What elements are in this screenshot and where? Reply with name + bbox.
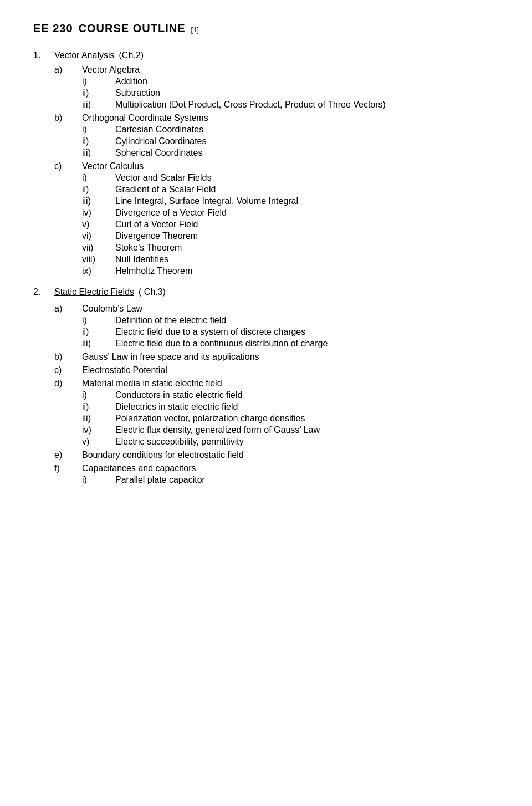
text-c: Vector Calculus <box>82 161 144 171</box>
sec2-item-d: d) Material media in static electric fie… <box>33 379 499 447</box>
page-title: COURSE OUTLINE <box>79 22 186 35</box>
section-1-title: Vector Analysis <box>54 50 115 60</box>
label-b-i: i) <box>82 125 115 135</box>
text-c-ix: Helmholtz Theorem <box>115 266 192 276</box>
text-c-viii: Null Identities <box>115 254 168 264</box>
label-c-iv: iv) <box>82 208 115 218</box>
label-2a-iii: iii) <box>82 339 115 349</box>
text-b-iii: Spherical Coordinates <box>115 148 202 158</box>
text-c-iv: Divergence of a Vector Field <box>115 208 227 218</box>
label-c-i: i) <box>82 173 115 183</box>
label-2f: f) <box>54 463 82 473</box>
text-c-vii: Stoke’s Theorem <box>115 243 182 253</box>
course-code: EE 230 <box>33 22 73 35</box>
label-2b: b) <box>54 352 82 362</box>
sec2-item-c: c) Electrostatic Potential <box>33 365 499 375</box>
label-c-vii: vii) <box>82 243 115 253</box>
label-c-v: v) <box>82 220 115 229</box>
label-2a-ii: ii) <box>82 327 115 337</box>
text-2d-iv: Electric flux density, generalized form … <box>115 425 320 435</box>
text-c-v: Curl of a Vector Field <box>115 220 198 229</box>
label-a: a) <box>54 65 82 75</box>
text-2d-iii: Polarization vector, polarization charge… <box>115 414 305 424</box>
text-2d: Material media in static electric field <box>82 379 222 389</box>
label-2d-ii: ii) <box>82 402 115 412</box>
text-a-ii: Subtraction <box>115 88 160 98</box>
text-2a: Coulomb’s Law <box>82 304 142 314</box>
label-2d-i: i) <box>82 390 115 400</box>
text-2d-ii: Dielectrics in static electric field <box>115 402 238 412</box>
label-2d-v: v) <box>82 437 115 447</box>
sec1-item-b: b) Orthogonal Coordinate Systems i) Cart… <box>33 113 499 158</box>
text-a: Vector Algebra <box>82 65 140 75</box>
text-b-i: Cartesian Coordinates <box>115 125 203 135</box>
label-2a-i: i) <box>82 315 115 325</box>
label-b-iii: iii) <box>82 148 115 158</box>
label-c-viii: viii) <box>82 254 115 264</box>
label-c-ix: ix) <box>82 266 115 276</box>
sec2-item-b: b) Gauss’ Law in free space and its appl… <box>33 352 499 362</box>
text-2a-i: Definition of the electric field <box>115 315 226 325</box>
section-2-chapter: ( Ch.3) <box>139 287 166 297</box>
text-2d-v: Electric succeptibility, permittivity <box>115 437 244 447</box>
label-2d-iv: iv) <box>82 425 115 435</box>
section-2-number: 2. <box>33 287 54 297</box>
text-c-ii: Gradient of a Scalar Field <box>115 185 216 195</box>
label-a-i: i) <box>82 76 115 86</box>
label-2f-i: i) <box>82 475 115 485</box>
section-1: 1. Vector Analysis (Ch.2) a) Vector Alge… <box>33 50 499 276</box>
footnote: [1] <box>191 25 199 34</box>
text-b-ii: Cylindrical Coordinates <box>115 136 207 146</box>
label-2a: a) <box>54 304 82 314</box>
section-1-number: 1. <box>33 50 54 60</box>
label-2d-iii: iii) <box>82 414 115 424</box>
label-a-ii: ii) <box>82 88 115 98</box>
text-a-i: Addition <box>115 76 147 86</box>
text-2e: Boundary conditions for electrostatic fi… <box>82 450 244 460</box>
sec2-item-f: f) Capacitances and capacitors i) Parall… <box>33 463 499 485</box>
text-2c: Electrostatic Potential <box>82 365 167 375</box>
label-c: c) <box>54 161 82 171</box>
text-2a-ii: Electric field due to a system of discre… <box>115 327 305 337</box>
sec2-item-e: e) Boundary conditions for electrostatic… <box>33 450 499 460</box>
label-2c: c) <box>54 365 82 375</box>
sec2-item-a: a) Coulomb’s Law i) Definition of the el… <box>33 304 499 349</box>
section-2: 2. Static Electric Fields ( Ch.3) a) Cou… <box>33 287 499 485</box>
text-2f-i: Parallel plate capacitor <box>115 475 205 485</box>
label-b-ii: ii) <box>82 136 115 146</box>
text-a-iii: Multiplication (Dot Product, Cross Produ… <box>115 100 386 110</box>
section-2-title: Static Electric Fields <box>54 287 134 297</box>
text-2f: Capacitances and capacitors <box>82 463 196 473</box>
text-b: Orthogonal Coordinate Systems <box>82 113 208 123</box>
text-c-vi: Divergence Theorem <box>115 231 198 241</box>
label-2e: e) <box>54 450 82 460</box>
section-1-heading: 1. Vector Analysis (Ch.2) <box>33 50 499 60</box>
sec1-item-a: a) Vector Algebra i) Addition ii) Subtra… <box>33 65 499 110</box>
section-2-heading: 2. Static Electric Fields ( Ch.3) <box>33 287 499 297</box>
text-c-iii: Line Integral, Surface Integral, Volume … <box>115 196 298 206</box>
label-b: b) <box>54 113 82 123</box>
label-c-iii: iii) <box>82 196 115 206</box>
text-2a-iii: Electric field due to a continuous distr… <box>115 339 328 349</box>
label-c-vi: vi) <box>82 231 115 241</box>
text-c-i: Vector and Scalar Fields <box>115 173 211 183</box>
label-c-ii: ii) <box>82 185 115 195</box>
label-a-iii: iii) <box>82 100 115 110</box>
page-header: EE 230 COURSE OUTLINE [1] <box>33 22 499 35</box>
label-2d: d) <box>54 379 82 389</box>
text-2d-i: Conductors in static electric field <box>115 390 242 400</box>
text-2b: Gauss’ Law in free space and its applica… <box>82 352 259 362</box>
section-1-chapter: (Ch.2) <box>119 50 144 60</box>
sec1-item-c: c) Vector Calculus i) Vector and Scalar … <box>33 161 499 276</box>
